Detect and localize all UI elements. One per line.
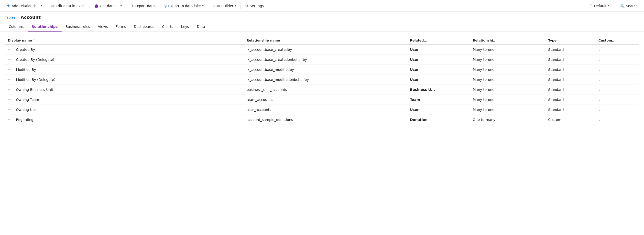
tab-columns[interactable]: Columns (5, 23, 28, 32)
check-icon-2: ✓ (598, 68, 601, 72)
search-label: Search (626, 4, 638, 8)
row-display-name-1: ··· Created By (Delegate) (8, 58, 246, 62)
col-rel-name-dropdown-icon[interactable]: ⌄ (281, 39, 283, 42)
tab-business-rules[interactable]: Business rules (62, 23, 94, 32)
get-data-button[interactable]: ⬤ Get data (92, 2, 117, 9)
row-more-icon-7[interactable]: ··· (8, 118, 12, 122)
row-custom-4: ✓ (598, 88, 636, 92)
ai-builder-label: AI Builder (217, 4, 234, 8)
tab-charts[interactable]: Charts (158, 23, 177, 32)
row-more-icon-1[interactable]: ··· (8, 58, 12, 61)
divider-8 (615, 3, 615, 9)
row-type-0: Standard (548, 48, 598, 52)
tab-keys[interactable]: Keys (177, 23, 193, 32)
tab-dashboards[interactable]: Dashboards (130, 23, 158, 32)
col-header-display-name: Display name ↑ ⌄ (8, 38, 246, 42)
table-row[interactable]: ··· Modified By (Delegate) lk_accountbas… (5, 75, 639, 85)
table-row[interactable]: ··· Created By lk_accountbase_createdby … (5, 45, 639, 55)
row-rel-name-5: team_accounts (246, 98, 410, 102)
export-lake-button[interactable]: ◎ Export to data lake ▾ (161, 2, 206, 9)
toolbar: ＋ Add relationship ▾ ⊞ Edit data in Exce… (0, 0, 644, 12)
breadcrumb-tables-link[interactable]: Tables (5, 16, 16, 19)
row-related-5: Team (410, 98, 473, 102)
row-more-icon-6[interactable]: ··· (8, 108, 12, 112)
table-row[interactable]: ··· Created By (Delegate) lk_accountbase… (5, 55, 639, 65)
get-data-caret-button[interactable]: ▾ (118, 3, 124, 8)
table-row[interactable]: ··· Owning Business Unit business_unit_a… (5, 85, 639, 95)
tab-relationships[interactable]: Relationships (28, 23, 62, 32)
row-display-name-text-4: Owning Business Unit (16, 88, 53, 92)
ai-builder-caret[interactable]: ▾ (235, 4, 236, 7)
export-lake-label: Export to data lake (168, 4, 201, 8)
tabs-bar: ColumnsRelationshipsBusiness rulesViewsF… (0, 21, 644, 32)
row-custom-0: ✓ (598, 48, 636, 52)
tab-views[interactable]: Views (94, 23, 112, 32)
col-type-dropdown-icon[interactable]: ⌄ (558, 39, 560, 42)
col-relationship-dropdown-icon[interactable]: ⌄ (498, 39, 500, 42)
row-display-name-text-3: Modified By (Delegate) (16, 78, 55, 82)
divider-3 (126, 3, 126, 9)
check-icon-5: ✓ (598, 98, 601, 102)
table-row[interactable]: ··· Modified By lk_accountbase_modifiedb… (5, 65, 639, 75)
edit-excel-label: Edit data in Excel (56, 4, 86, 8)
row-relationship-6: Many-to-one (473, 108, 548, 112)
col-header-relationship: Relationshi... ⌄ (473, 38, 548, 42)
row-related-1: User (410, 58, 473, 62)
row-more-icon-2[interactable]: ··· (8, 68, 12, 71)
ai-builder-button[interactable]: ⊕ AI Builder ▾ (210, 2, 238, 9)
row-display-name-3: ··· Modified By (Delegate) (8, 78, 246, 82)
export-icon: ⇒ (131, 4, 133, 8)
row-display-name-0: ··· Created By (8, 48, 246, 52)
check-icon-1: ✓ (598, 58, 601, 62)
divider-6 (240, 3, 241, 9)
export-lake-caret[interactable]: ▾ (202, 4, 204, 7)
edit-excel-button[interactable]: ⊞ Edit data in Excel (49, 2, 88, 9)
col-header-type: Type ⌄ (548, 38, 598, 42)
row-type-4: Standard (548, 88, 598, 92)
row-related-4: Business U... (410, 88, 473, 92)
table-row[interactable]: ··· Owning User user_accounts User Many-… (5, 105, 639, 115)
sort-asc-icon[interactable]: ↑ (33, 39, 35, 42)
default-button[interactable]: ☰ Default ▾ (587, 2, 612, 9)
table-row[interactable]: ··· Owning Team team_accounts Team Many-… (5, 95, 639, 105)
col-custom-dropdown-icon[interactable]: ⌄ (617, 39, 618, 42)
add-relationship-button[interactable]: ＋ Add relationship ▾ (4, 2, 45, 10)
col-display-label: Display name (8, 38, 32, 42)
row-type-3: Standard (548, 78, 598, 82)
row-display-name-5: ··· Owning Team (8, 98, 246, 102)
settings-icon: ⚙ (245, 4, 248, 8)
row-more-icon-4[interactable]: ··· (8, 88, 12, 91)
col-rel-name-label: Relationship name (246, 38, 280, 42)
row-type-7: Custom (548, 118, 598, 122)
row-rel-name-4: business_unit_accounts (246, 88, 410, 92)
breadcrumb-separator: › (18, 16, 19, 19)
row-relationship-2: Many-to-one (473, 68, 548, 72)
row-more-icon-0[interactable]: ··· (8, 48, 12, 51)
row-display-name-7: ··· Regarding (8, 118, 246, 122)
lake-icon: ◎ (164, 4, 167, 8)
export-data-button[interactable]: ⇒ Export data (128, 2, 157, 9)
divider-1 (47, 3, 47, 9)
tab-data[interactable]: Data (193, 23, 209, 32)
col-header-related: Related... ⌄ (410, 38, 473, 42)
main-content: Display name ↑ ⌄ Relationship name ⌄ Rel… (0, 32, 644, 125)
col-type-label: Type (548, 38, 556, 42)
row-display-name-4: ··· Owning Business Unit (8, 88, 246, 92)
settings-button[interactable]: ⚙ Settings (243, 2, 266, 9)
search-icon: 🔍 (620, 4, 624, 8)
row-more-icon-3[interactable]: ··· (8, 78, 12, 81)
search-button[interactable]: 🔍 Search (618, 2, 640, 9)
add-relationship-label: Add relationship (12, 4, 40, 8)
check-icon-4: ✓ (598, 88, 601, 92)
row-type-2: Standard (548, 68, 598, 72)
col-related-dropdown-icon[interactable]: ⌄ (428, 39, 430, 42)
tab-forms[interactable]: Forms (112, 23, 130, 32)
export-data-label: Export data (135, 4, 155, 8)
row-related-3: User (410, 78, 473, 82)
row-rel-name-1: lk_accountbase_createdonbehalfby (246, 58, 410, 62)
table-row[interactable]: ··· Regarding account_sample_donations D… (5, 115, 639, 125)
col-display-dropdown-icon[interactable]: ⌄ (36, 39, 38, 42)
table-body: ··· Created By lk_accountbase_createdby … (5, 45, 639, 125)
row-more-icon-5[interactable]: ··· (8, 98, 12, 102)
add-relationship-caret[interactable]: ▾ (41, 4, 42, 7)
